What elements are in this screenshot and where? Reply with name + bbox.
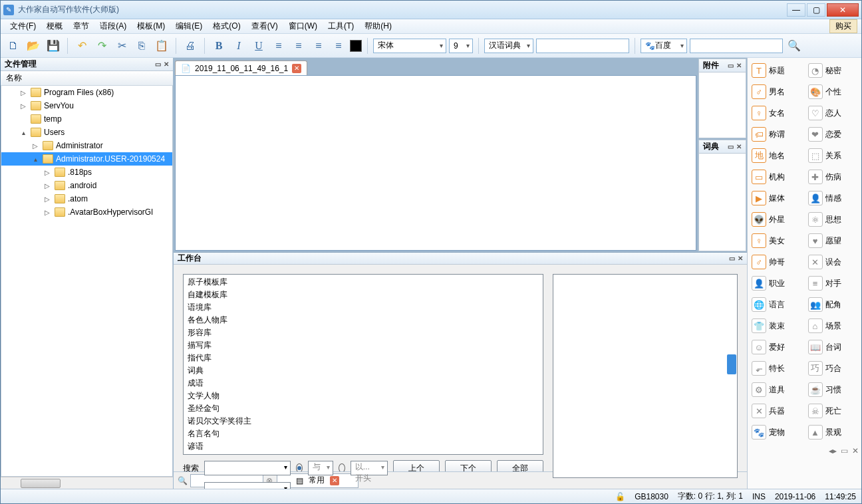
maximize-button[interactable]: ▢: [807, 3, 825, 17]
list-item[interactable]: 指代库: [185, 352, 541, 364]
tree-row[interactable]: ▴Administrator.USER-20190524: [1, 152, 172, 166]
category-job[interactable]: 👤职业: [750, 275, 803, 292]
list-item[interactable]: 各色人物库: [185, 314, 541, 326]
list-item[interactable]: 名言名句: [185, 428, 541, 440]
paste-icon[interactable]: 📋: [153, 37, 170, 55]
tree-row[interactable]: ▷Program Files (x86): [1, 86, 172, 99]
menu-item[interactable]: 章节: [68, 19, 94, 33]
replace-combo[interactable]: [204, 482, 291, 489]
menu-item[interactable]: 梗概: [41, 19, 68, 33]
category-death[interactable]: ☠死亡: [807, 402, 859, 420]
category-coincidence[interactable]: 巧巧合: [807, 360, 859, 377]
bottom-tab-close-icon[interactable]: ✕: [330, 476, 339, 485]
align-left-icon[interactable]: ≡: [270, 37, 287, 55]
category-handsome[interactable]: ♂帅哥: [750, 253, 803, 271]
font-select[interactable]: 宋体: [373, 39, 446, 53]
category-media[interactable]: ▶媒体: [750, 189, 803, 207]
menu-item[interactable]: 工具(T): [323, 19, 359, 33]
rside-ctrl-3[interactable]: ✕: [852, 446, 859, 458]
menu-item[interactable]: 窗口(W): [283, 19, 323, 33]
category-love[interactable]: ❤恋爱: [807, 126, 859, 143]
list-item[interactable]: 原子模板库: [185, 276, 541, 289]
tree-hscroll[interactable]: [1, 477, 173, 489]
category-label[interactable]: 🏷称谓: [750, 126, 803, 143]
category-personality[interactable]: 🎨个性: [807, 83, 859, 100]
category-line[interactable]: 📖台词: [807, 338, 859, 356]
category-dress[interactable]: 👕装束: [750, 317, 803, 334]
cut-icon[interactable]: ✂: [113, 37, 130, 55]
tab-close-icon[interactable]: ✕: [292, 64, 301, 73]
list-item[interactable]: 自建模板库: [185, 289, 541, 301]
and-select[interactable]: 与: [308, 461, 333, 475]
panel-close-icon[interactable]: ✕: [164, 61, 169, 68]
bold-icon[interactable]: B: [210, 37, 227, 55]
menu-item[interactable]: 文件(F): [5, 19, 41, 33]
dict-search-input[interactable]: [536, 39, 629, 53]
start-select[interactable]: 以...开头: [351, 461, 388, 475]
list-item[interactable]: 文学人物: [185, 390, 541, 402]
underline-icon[interactable]: U: [250, 37, 267, 55]
undock-icon[interactable]: ▭: [155, 61, 161, 68]
search-combo[interactable]: [204, 461, 291, 475]
tree-row[interactable]: ▴Users: [1, 126, 172, 139]
list-item[interactable]: 描写库: [185, 339, 541, 352]
category-secret[interactable]: ◔秘密: [807, 62, 859, 79]
category-mistake[interactable]: ✕误会: [807, 253, 859, 271]
rside-ctrl-1[interactable]: ◂▸: [829, 446, 837, 458]
category-lover[interactable]: ♡恋人: [807, 104, 859, 122]
redo-icon[interactable]: ↷: [93, 37, 110, 55]
category-skill[interactable]: ⬐特长: [750, 360, 803, 377]
list-item[interactable]: 词典: [185, 364, 541, 377]
copy-icon[interactable]: ⎘: [133, 37, 150, 55]
align-right-icon[interactable]: ≡: [310, 37, 327, 55]
category-thought[interactable]: ⚛思想: [807, 211, 859, 228]
category-support[interactable]: 👥配角: [807, 296, 859, 313]
tree-row[interactable]: ▷.AvatarBoxHypervisorGl: [1, 205, 172, 219]
category-place[interactable]: 地地名: [750, 147, 803, 164]
color-picker[interactable]: [350, 40, 362, 52]
menu-item[interactable]: 查看(V): [246, 19, 283, 33]
category-beauty[interactable]: ♀美女: [750, 232, 803, 249]
tree-row[interactable]: ▷Administrator: [1, 139, 172, 152]
category-prop[interactable]: ⚙道具: [750, 381, 803, 398]
save-icon[interactable]: 💾: [45, 37, 62, 55]
tree-row[interactable]: ▷.android: [1, 179, 172, 192]
new-icon[interactable]: 🗋: [5, 37, 22, 55]
menu-item[interactable]: 帮助(H): [359, 19, 397, 33]
web-search-input[interactable]: [690, 39, 783, 53]
category-male[interactable]: ♂男名: [750, 83, 803, 100]
menu-item[interactable]: 编辑(E): [170, 19, 208, 33]
font-size-select[interactable]: 9: [449, 39, 473, 53]
print-icon[interactable]: 🖨: [182, 37, 199, 55]
attach-body[interactable]: [699, 72, 746, 138]
category-weapon[interactable]: ✕兵器: [750, 402, 803, 420]
open-icon[interactable]: 📂: [25, 37, 42, 55]
category-rival[interactable]: ≡对手: [807, 275, 859, 292]
library-list[interactable]: 原子模板库自建模板库语境库各色人物库形容库描写库指代库词典成语文学人物圣经金句诺…: [183, 274, 543, 455]
category-wish[interactable]: ♥愿望: [807, 232, 859, 249]
list-item[interactable]: 诺贝尔文学奖得主: [185, 415, 541, 428]
category-female[interactable]: ♀女名: [750, 104, 803, 122]
document-tab[interactable]: 📄 2019_11_06_11_49_16_1 ✕: [175, 61, 307, 75]
category-scene[interactable]: ⌂场景: [807, 317, 859, 334]
menu-item[interactable]: 格式(O): [208, 19, 245, 33]
menu-item[interactable]: 模板(M): [132, 19, 170, 33]
list-item[interactable]: 形容库: [185, 326, 541, 339]
category-lang[interactable]: 🌐语言: [750, 296, 803, 313]
category-alien[interactable]: 👽外星: [750, 211, 803, 228]
category-landscape[interactable]: ▲景观: [807, 424, 859, 441]
category-org[interactable]: ▭机构: [750, 168, 803, 186]
close-button[interactable]: ✕: [827, 3, 859, 17]
category-emotion[interactable]: 👤情感: [807, 189, 859, 207]
dict-body[interactable]: [699, 154, 746, 251]
results-box[interactable]: [553, 274, 738, 478]
tree-row[interactable]: temp: [1, 112, 172, 126]
search-engine-select[interactable]: 🐾 百度: [641, 39, 687, 53]
minimize-button[interactable]: —: [787, 3, 805, 17]
rside-ctrl-2[interactable]: ▭: [841, 446, 848, 458]
search-icon[interactable]: 🔍: [786, 37, 803, 55]
search-icon[interactable]: 🔍: [178, 476, 188, 485]
buy-button[interactable]: 购买: [829, 19, 857, 33]
category-title[interactable]: T标题: [750, 62, 803, 79]
editor[interactable]: [175, 75, 696, 251]
